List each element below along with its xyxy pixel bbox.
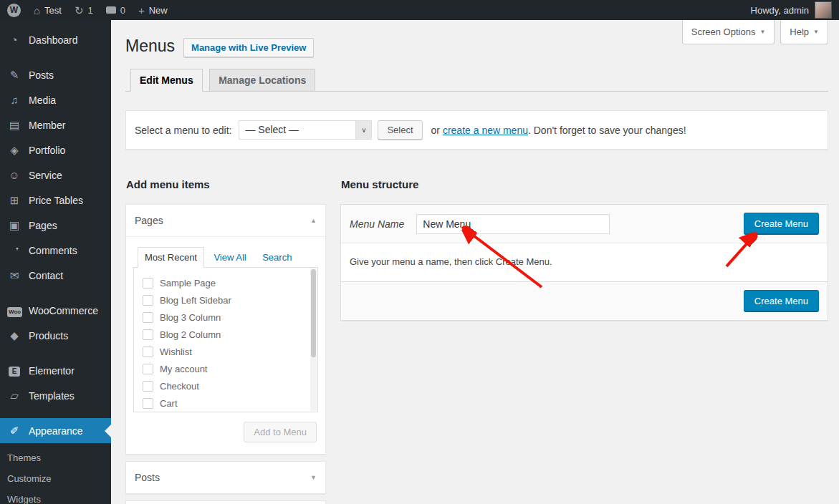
howdy-account-link[interactable]: Howdy, admin	[751, 5, 809, 16]
sidebar-item-label: Portfolio	[29, 145, 65, 156]
sidebar-item-label: Products	[29, 330, 68, 341]
help-button[interactable]: Help ▼	[780, 20, 828, 44]
page-item-label: Blog 2 Column	[160, 329, 221, 340]
scrollbar-thumb[interactable]	[311, 269, 316, 357]
page-checkbox[interactable]	[143, 329, 153, 340]
page-item-label: Sample Page	[160, 278, 216, 289]
sidebar-item-label: Posts	[29, 69, 54, 81]
sidebar-item-portfolio[interactable]: ◈ Portfolio	[0, 137, 111, 163]
page-item-label: Checkout	[160, 381, 199, 392]
menu-name-label: Menu Name	[350, 218, 404, 230]
menu-helper-text: Give your menu a name, then click Create…	[341, 243, 828, 281]
dashboard-icon: ◔	[7, 34, 21, 45]
list-item: Checkout	[134, 377, 317, 394]
sidebar-item-elementor[interactable]: E Elementor	[0, 358, 111, 383]
elementor-icon: E	[7, 364, 21, 377]
box-icon: ◆	[7, 330, 21, 341]
list-item: Blog Left Sidebar	[134, 291, 317, 309]
sidebar-item-label: Contact	[29, 270, 63, 281]
custom-links-panel-header[interactable]: Custom Links ▼	[126, 501, 325, 504]
award-icon: ◈	[7, 145, 21, 155]
page-checkbox[interactable]	[143, 364, 153, 374]
create-menu-button[interactable]: Create Menu	[744, 213, 819, 235]
select-button[interactable]: Select	[378, 120, 422, 140]
page-checkbox[interactable]	[143, 346, 153, 357]
pages-checklist: Sample Page Blog Left Sidebar Blog 3 Col…	[133, 268, 318, 412]
sidebar-submenu-themes[interactable]: Themes	[0, 447, 111, 468]
select-menu-label: Select a menu to edit:	[135, 125, 231, 136]
menu-edit-box: Menu Name Create Menu Give your menu a n…	[340, 204, 828, 321]
sidebar-item-label: Media	[29, 94, 56, 106]
tab-edit-menus[interactable]: Edit Menus	[130, 69, 203, 92]
tab-most-recent[interactable]: Most Recent	[138, 247, 204, 268]
wp-logo-menu[interactable]: W	[7, 4, 21, 17]
woocommerce-icon: Woo	[7, 304, 21, 317]
new-content-menu[interactable]: + New	[138, 5, 168, 16]
page-checkbox[interactable]	[143, 278, 153, 289]
create-menu-button-bottom[interactable]: Create Menu	[744, 290, 819, 312]
screen-options-button[interactable]: Screen Options ▼	[682, 20, 775, 44]
sidebar-item-posts[interactable]: ✎ Posts	[0, 62, 111, 87]
sidebar-item-member[interactable]: ▤ Member	[0, 112, 111, 137]
menu-select-value: — Select —	[239, 121, 355, 139]
tab-manage-locations[interactable]: Manage Locations	[209, 69, 315, 92]
sidebar-item-label: Templates	[29, 390, 75, 402]
site-name-link[interactable]: ⌂ Test	[34, 5, 62, 16]
screen-meta-toolbar: Screen Options ▼ Help ▼	[682, 20, 828, 44]
sidebar-item-price-tables[interactable]: ⊞ Price Tables	[0, 188, 111, 213]
posts-panel-header[interactable]: Posts ▼	[126, 462, 325, 493]
sidebar-item-media[interactable]: ♫ Media	[0, 87, 111, 112]
sidebar-item-service[interactable]: ☺ Service	[0, 163, 111, 188]
sidebar-item-templates[interactable]: ▱ Templates	[0, 383, 111, 408]
updates-icon: ↻	[75, 5, 84, 16]
main-content: Screen Options ▼ Help ▼ Menus Manage wit…	[111, 20, 839, 504]
manage-with-live-preview-button[interactable]: Manage with Live Preview	[183, 38, 314, 57]
posts-panel: Posts ▼	[125, 461, 326, 494]
page-title: Menus	[125, 37, 175, 57]
collapse-arrow-icon: ▲	[310, 217, 317, 224]
list-item: Blog 3 Column	[134, 309, 317, 326]
sidebar-item-dashboard[interactable]: ◔ Dashboard	[0, 27, 111, 52]
wordpress-logo-icon: W	[7, 4, 21, 17]
help-label: Help	[790, 26, 809, 37]
menu-select-dropdown[interactable]: — Select — ∨	[239, 120, 372, 140]
plus-icon: +	[138, 5, 145, 16]
sidebar-item-contact[interactable]: ✉ Contact	[0, 263, 111, 288]
sidebar-item-woocommerce[interactable]: Woo WooCommerce	[0, 298, 111, 323]
menu-name-input[interactable]	[416, 214, 610, 234]
chevron-down-icon: ▼	[759, 29, 765, 35]
add-to-menu-button[interactable]: Add to Menu	[244, 422, 317, 442]
comment-bubble-icon	[106, 6, 116, 14]
sidebar-item-products[interactable]: ◆ Products	[0, 323, 111, 348]
avatar[interactable]	[815, 1, 832, 19]
page-checkbox[interactable]	[143, 295, 153, 306]
sidebar-item-pages[interactable]: ▣ Pages	[0, 213, 111, 238]
sidebar-item-label: Pages	[29, 220, 57, 231]
home-icon: ⌂	[34, 5, 40, 16]
list-item: Cart	[134, 394, 317, 412]
tab-view-all[interactable]: View All	[207, 248, 252, 267]
scrollbar[interactable]	[310, 268, 317, 411]
sidebar-item-comments[interactable]: Comments	[0, 238, 111, 263]
sidebar-submenu-customize[interactable]: Customize	[0, 468, 111, 489]
sidebar-item-label: Member	[29, 120, 65, 131]
sidebar-item-label: Appearance	[29, 425, 83, 437]
create-a-new-menu-link[interactable]: create a new menu	[443, 125, 528, 136]
page-item-label: My account	[160, 364, 207, 374]
sidebar-item-appearance[interactable]: ✐ Appearance	[0, 418, 111, 443]
page-checkbox[interactable]	[143, 381, 153, 392]
page-checkbox[interactable]	[143, 398, 153, 409]
pages-panel-header[interactable]: Pages ▲	[126, 205, 325, 237]
select-arrow-icon: ∨	[355, 121, 371, 139]
site-name-label: Test	[44, 5, 62, 16]
pages-icon: ▣	[7, 220, 21, 231]
updates-count: 1	[87, 5, 92, 16]
tab-search[interactable]: Search	[256, 248, 298, 267]
page-checkbox[interactable]	[143, 312, 153, 323]
updates-link[interactable]: ↻ 1	[75, 5, 93, 16]
comments-link[interactable]: 0	[106, 5, 125, 16]
folder-icon: ▱	[7, 390, 21, 401]
sidebar-separator	[0, 52, 111, 62]
sidebar-item-label: Service	[29, 170, 62, 181]
sidebar-submenu-widgets[interactable]: Widgets	[0, 489, 111, 504]
